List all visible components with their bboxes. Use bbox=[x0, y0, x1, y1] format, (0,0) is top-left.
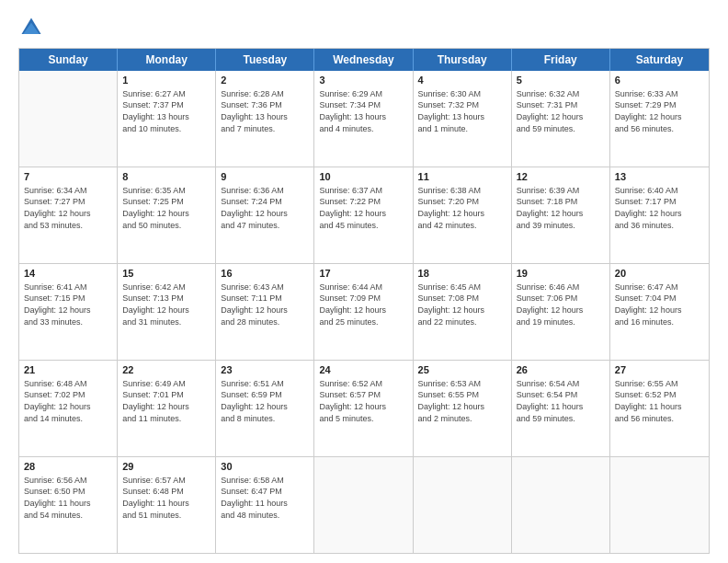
day-number: 23 bbox=[221, 363, 309, 377]
day-number: 11 bbox=[418, 170, 506, 184]
day-info: Sunrise: 6:49 AM Sunset: 7:01 PM Dayligh… bbox=[122, 378, 210, 424]
day-info: Sunrise: 6:56 AM Sunset: 6:50 PM Dayligh… bbox=[24, 475, 112, 521]
calendar-cell: 28Sunrise: 6:56 AM Sunset: 6:50 PM Dayli… bbox=[19, 457, 118, 553]
day-info: Sunrise: 6:34 AM Sunset: 7:27 PM Dayligh… bbox=[24, 185, 112, 231]
calendar-cell: 6Sunrise: 6:33 AM Sunset: 7:29 PM Daylig… bbox=[610, 71, 709, 167]
day-number: 22 bbox=[122, 363, 210, 377]
calendar-cell: 29Sunrise: 6:57 AM Sunset: 6:48 PM Dayli… bbox=[118, 457, 216, 553]
page: SundayMondayTuesdayWednesdayThursdayFrid… bbox=[0, 0, 728, 563]
calendar-cell: 9Sunrise: 6:36 AM Sunset: 7:24 PM Daylig… bbox=[216, 167, 314, 263]
calendar-cell: 18Sunrise: 6:45 AM Sunset: 7:08 PM Dayli… bbox=[414, 264, 512, 360]
weekday-header-tuesday: Tuesday bbox=[216, 49, 314, 71]
day-info: Sunrise: 6:39 AM Sunset: 7:18 PM Dayligh… bbox=[517, 185, 605, 231]
day-info: Sunrise: 6:33 AM Sunset: 7:29 PM Dayligh… bbox=[615, 88, 704, 134]
day-info: Sunrise: 6:42 AM Sunset: 7:13 PM Dayligh… bbox=[122, 282, 210, 327]
day-number: 19 bbox=[517, 267, 605, 281]
day-number: 2 bbox=[221, 74, 309, 87]
weekday-header-wednesday: Wednesday bbox=[314, 49, 413, 71]
day-number: 18 bbox=[418, 267, 506, 281]
calendar-cell: 27Sunrise: 6:55 AM Sunset: 6:52 PM Dayli… bbox=[610, 361, 709, 456]
calendar-cell: 26Sunrise: 6:54 AM Sunset: 6:54 PM Dayli… bbox=[512, 361, 610, 456]
calendar-header: SundayMondayTuesdayWednesdayThursdayFrid… bbox=[19, 49, 709, 71]
day-number: 29 bbox=[122, 460, 210, 474]
calendar-cell: 24Sunrise: 6:52 AM Sunset: 6:57 PM Dayli… bbox=[314, 361, 413, 456]
calendar-row-3: 14Sunrise: 6:41 AM Sunset: 7:15 PM Dayli… bbox=[19, 263, 709, 360]
weekday-header-saturday: Saturday bbox=[610, 49, 709, 71]
logo bbox=[18, 15, 48, 40]
calendar-cell: 17Sunrise: 6:44 AM Sunset: 7:09 PM Dayli… bbox=[314, 264, 413, 360]
header bbox=[18, 15, 710, 40]
calendar-cell: 19Sunrise: 6:46 AM Sunset: 7:06 PM Dayli… bbox=[512, 264, 610, 360]
day-number: 20 bbox=[615, 267, 704, 281]
calendar-cell: 3Sunrise: 6:29 AM Sunset: 7:34 PM Daylig… bbox=[314, 71, 413, 167]
day-number: 10 bbox=[319, 170, 407, 184]
day-info: Sunrise: 6:28 AM Sunset: 7:36 PM Dayligh… bbox=[221, 88, 309, 134]
day-number: 16 bbox=[221, 267, 309, 281]
calendar-cell bbox=[512, 457, 610, 553]
calendar-cell: 13Sunrise: 6:40 AM Sunset: 7:17 PM Dayli… bbox=[610, 167, 709, 263]
calendar-cell: 30Sunrise: 6:58 AM Sunset: 6:47 PM Dayli… bbox=[216, 457, 314, 553]
calendar-cell: 8Sunrise: 6:35 AM Sunset: 7:25 PM Daylig… bbox=[118, 167, 216, 263]
day-number: 28 bbox=[24, 460, 112, 474]
calendar: SundayMondayTuesdayWednesdayThursdayFrid… bbox=[18, 48, 710, 554]
day-number: 1 bbox=[122, 74, 210, 87]
day-info: Sunrise: 6:29 AM Sunset: 7:34 PM Dayligh… bbox=[319, 88, 407, 134]
day-info: Sunrise: 6:51 AM Sunset: 6:59 PM Dayligh… bbox=[221, 378, 309, 424]
day-info: Sunrise: 6:40 AM Sunset: 7:17 PM Dayligh… bbox=[615, 185, 704, 231]
calendar-cell: 14Sunrise: 6:41 AM Sunset: 7:15 PM Dayli… bbox=[19, 264, 118, 360]
day-info: Sunrise: 6:44 AM Sunset: 7:09 PM Dayligh… bbox=[319, 282, 407, 327]
calendar-row-4: 21Sunrise: 6:48 AM Sunset: 7:02 PM Dayli… bbox=[19, 360, 709, 456]
calendar-cell: 23Sunrise: 6:51 AM Sunset: 6:59 PM Dayli… bbox=[216, 361, 314, 456]
day-number: 12 bbox=[517, 170, 605, 184]
day-number: 8 bbox=[122, 170, 210, 184]
calendar-cell: 7Sunrise: 6:34 AM Sunset: 7:27 PM Daylig… bbox=[19, 167, 118, 263]
calendar-row-2: 7Sunrise: 6:34 AM Sunset: 7:27 PM Daylig… bbox=[19, 167, 709, 263]
calendar-cell bbox=[610, 457, 709, 553]
day-info: Sunrise: 6:57 AM Sunset: 6:48 PM Dayligh… bbox=[122, 475, 210, 521]
weekday-header-sunday: Sunday bbox=[19, 49, 118, 71]
calendar-cell: 11Sunrise: 6:38 AM Sunset: 7:20 PM Dayli… bbox=[414, 167, 512, 263]
calendar-cell: 21Sunrise: 6:48 AM Sunset: 7:02 PM Dayli… bbox=[19, 361, 118, 456]
day-info: Sunrise: 6:58 AM Sunset: 6:47 PM Dayligh… bbox=[221, 475, 309, 521]
day-info: Sunrise: 6:32 AM Sunset: 7:31 PM Dayligh… bbox=[517, 88, 605, 134]
day-number: 24 bbox=[319, 363, 407, 377]
calendar-cell: 25Sunrise: 6:53 AM Sunset: 6:55 PM Dayli… bbox=[414, 361, 512, 456]
calendar-body: 1Sunrise: 6:27 AM Sunset: 7:37 PM Daylig… bbox=[19, 71, 709, 553]
day-number: 9 bbox=[221, 170, 309, 184]
weekday-header-monday: Monday bbox=[118, 49, 216, 71]
day-info: Sunrise: 6:47 AM Sunset: 7:04 PM Dayligh… bbox=[615, 282, 704, 327]
day-number: 5 bbox=[517, 74, 605, 87]
calendar-cell: 1Sunrise: 6:27 AM Sunset: 7:37 PM Daylig… bbox=[118, 71, 216, 167]
calendar-cell bbox=[314, 457, 413, 553]
day-info: Sunrise: 6:36 AM Sunset: 7:24 PM Dayligh… bbox=[221, 185, 309, 231]
day-number: 13 bbox=[615, 170, 704, 184]
day-number: 4 bbox=[418, 74, 506, 87]
calendar-cell bbox=[414, 457, 512, 553]
day-number: 21 bbox=[24, 363, 112, 377]
day-info: Sunrise: 6:52 AM Sunset: 6:57 PM Dayligh… bbox=[319, 378, 407, 424]
calendar-cell: 10Sunrise: 6:37 AM Sunset: 7:22 PM Dayli… bbox=[314, 167, 413, 263]
day-info: Sunrise: 6:41 AM Sunset: 7:15 PM Dayligh… bbox=[24, 282, 112, 327]
day-info: Sunrise: 6:38 AM Sunset: 7:20 PM Dayligh… bbox=[418, 185, 506, 231]
day-number: 17 bbox=[319, 267, 407, 281]
calendar-cell: 5Sunrise: 6:32 AM Sunset: 7:31 PM Daylig… bbox=[512, 71, 610, 167]
day-number: 3 bbox=[319, 74, 407, 87]
day-info: Sunrise: 6:55 AM Sunset: 6:52 PM Dayligh… bbox=[615, 378, 704, 424]
day-info: Sunrise: 6:27 AM Sunset: 7:37 PM Dayligh… bbox=[122, 88, 210, 134]
day-info: Sunrise: 6:37 AM Sunset: 7:22 PM Dayligh… bbox=[319, 185, 407, 231]
calendar-row-5: 28Sunrise: 6:56 AM Sunset: 6:50 PM Dayli… bbox=[19, 456, 709, 553]
calendar-cell: 15Sunrise: 6:42 AM Sunset: 7:13 PM Dayli… bbox=[118, 264, 216, 360]
day-info: Sunrise: 6:48 AM Sunset: 7:02 PM Dayligh… bbox=[24, 378, 112, 424]
day-number: 25 bbox=[418, 363, 506, 377]
day-info: Sunrise: 6:43 AM Sunset: 7:11 PM Dayligh… bbox=[221, 282, 309, 327]
calendar-cell bbox=[19, 71, 118, 167]
calendar-row-1: 1Sunrise: 6:27 AM Sunset: 7:37 PM Daylig… bbox=[19, 71, 709, 167]
logo-icon bbox=[18, 15, 44, 40]
weekday-header-friday: Friday bbox=[512, 49, 610, 71]
day-number: 26 bbox=[517, 363, 605, 377]
calendar-cell: 2Sunrise: 6:28 AM Sunset: 7:36 PM Daylig… bbox=[216, 71, 314, 167]
day-info: Sunrise: 6:46 AM Sunset: 7:06 PM Dayligh… bbox=[517, 282, 605, 327]
day-number: 30 bbox=[221, 460, 309, 474]
day-info: Sunrise: 6:53 AM Sunset: 6:55 PM Dayligh… bbox=[418, 378, 506, 424]
weekday-header-thursday: Thursday bbox=[414, 49, 512, 71]
